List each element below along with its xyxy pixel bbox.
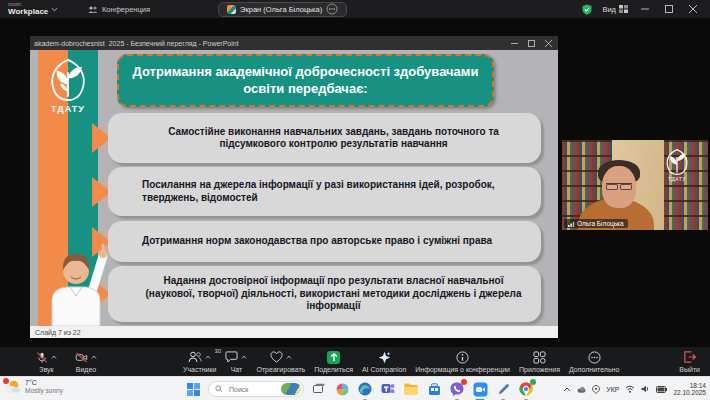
glasses: [606, 183, 632, 190]
leave-icon: [683, 351, 696, 363]
weather-desc: Mostly sunny: [25, 387, 63, 394]
ai-companion-button[interactable]: AI Companion: [362, 351, 406, 373]
watermark-label: ТДАТУ: [668, 176, 686, 182]
slide-counter: Слайд 7 из 22: [35, 329, 81, 336]
tab-meeting[interactable]: Конференция: [80, 0, 158, 18]
apps-button[interactable]: Приложения: [519, 351, 560, 373]
viber-icon[interactable]: [449, 381, 465, 397]
shared-screen-powerpoint: akadem-dobrochesnist_2025 - Безпечний пе…: [30, 36, 558, 338]
participants-button[interactable]: 30 Участники: [183, 351, 216, 373]
chevron-down-icon: [51, 7, 58, 12]
ellipsis-icon[interactable]: [326, 3, 338, 15]
location-icon[interactable]: [592, 385, 600, 394]
view-button[interactable]: Вид: [602, 5, 628, 14]
chat-label: Чат: [231, 366, 243, 373]
info-icon: [456, 351, 469, 364]
powerpoint-statusbar: Слайд 7 из 22: [30, 326, 558, 338]
tray-caret-icon[interactable]: [563, 387, 571, 392]
meeting-content-area: akadem-dobrochesnist_2025 - Безпечний пе…: [0, 18, 710, 347]
task-view-button[interactable]: [311, 381, 327, 397]
file-explorer-icon[interactable]: [403, 381, 419, 397]
participant-name: Ольга Білоцька: [577, 220, 624, 227]
chat-button[interactable]: Чат: [225, 351, 247, 373]
teams-icon[interactable]: [380, 381, 396, 397]
weather-widget[interactable]: 7°C Mostly sunny: [5, 379, 63, 395]
chevron-up-icon[interactable]: [205, 355, 211, 359]
ai-companion-icon: [378, 351, 391, 364]
view-button-label: Вид: [602, 5, 616, 14]
chrome-icon[interactable]: [518, 381, 534, 397]
close-icon: [689, 5, 697, 13]
zoom-toolbar: Звук Видео: [0, 347, 710, 376]
presentation-slide: ТДАТУ Дотримання академічної доброчеснос…: [30, 50, 558, 326]
taskbar-clock[interactable]: 18:14 22.10.2025: [673, 382, 706, 397]
windows-taskbar: 7°C Mostly sunny: [0, 376, 710, 400]
search-icon: [215, 385, 223, 393]
signal-icon: [568, 221, 575, 227]
mute-button[interactable]: Звук: [36, 351, 57, 373]
maximize-button[interactable]: [662, 2, 676, 16]
minimize-icon: [641, 5, 649, 13]
chevron-up-icon[interactable]: [286, 355, 292, 359]
zoom-workplace-menu[interactable]: zoom Workplace: [0, 2, 72, 16]
video-label: Видео: [76, 366, 96, 373]
microsoft-store-icon[interactable]: [426, 381, 442, 397]
powerpoint-titlebar: akadem-dobrochesnist_2025 - Безпечний пе…: [30, 36, 558, 50]
close-button[interactable]: [686, 2, 700, 16]
chevron-up-icon[interactable]: [241, 355, 247, 359]
slide-bullet: Надання достовірної інформації про резул…: [108, 266, 541, 322]
search-input[interactable]: [227, 385, 273, 394]
tdatu-leaf-logo: [47, 58, 89, 102]
clock-date: 22.10.2025: [673, 389, 706, 396]
search-daily-image[interactable]: [281, 383, 301, 395]
share-label: Поделиться: [314, 366, 353, 373]
copilot-button[interactable]: [334, 381, 350, 397]
meeting-icon: [88, 5, 98, 14]
more-label: Дополнительно: [569, 366, 619, 373]
weather-icon: [5, 379, 21, 394]
onedrive-icon[interactable]: [577, 385, 586, 394]
leave-button[interactable]: Выйти: [679, 351, 700, 373]
chevron-up-icon[interactable]: [51, 355, 57, 359]
taskbar-search[interactable]: [208, 381, 304, 397]
apps-icon: [533, 351, 546, 364]
task-view-icon: [313, 383, 325, 395]
language-indicator[interactable]: УКР: [606, 386, 619, 393]
meeting-info-button[interactable]: Информация о конференции: [415, 351, 510, 373]
react-button[interactable]: Отреагировать: [256, 351, 305, 373]
zoom-titlebar: zoom Workplace Конференция Экран (Ольга …: [0, 0, 710, 18]
clock-time: 18:14: [690, 382, 706, 389]
meeting-info-label: Информация о конференции: [415, 366, 510, 373]
start-button[interactable]: [185, 381, 201, 397]
video-button[interactable]: Видео: [75, 351, 97, 373]
battery-icon[interactable]: [656, 386, 667, 393]
close-icon: [545, 40, 552, 47]
wifi-icon[interactable]: [625, 385, 635, 393]
more-button[interactable]: Дополнительно: [569, 351, 619, 373]
share-icon: [327, 351, 340, 364]
apps-label: Приложения: [519, 366, 560, 373]
notification-badge: [530, 379, 536, 385]
video-watermark: ТДАТУ: [664, 148, 690, 182]
chevron-up-icon[interactable]: [91, 355, 97, 359]
volume-icon[interactable]: [641, 385, 650, 393]
participant-video-tile[interactable]: ТДАТУ Ольга Білоцька: [562, 140, 708, 230]
ai-companion-label: AI Companion: [362, 366, 406, 373]
share-screen-button[interactable]: Поделиться: [314, 351, 353, 373]
tab-meeting-label: Конференция: [102, 5, 150, 14]
tdatu-logo-label: ТДАТУ: [51, 104, 85, 114]
slide-title: Дотримання академічної доброчесності здо…: [117, 54, 494, 107]
edge-icon[interactable]: [357, 381, 373, 397]
mic-muted-icon: [36, 351, 48, 364]
maximize-icon: [528, 40, 535, 47]
tdatu-leaf-logo: [664, 148, 690, 176]
start-icon: [187, 383, 200, 396]
minimize-button[interactable]: [638, 2, 652, 16]
pen-app-icon[interactable]: [495, 381, 511, 397]
zoom-app-icon[interactable]: [472, 381, 488, 397]
shield-icon[interactable]: [582, 4, 592, 15]
tab-screen-share[interactable]: Экран (Ольга Білоцька): [218, 2, 347, 17]
participants-label: Участники: [183, 366, 216, 373]
leave-label: Выйти: [679, 366, 700, 373]
copilot-icon: [336, 383, 349, 396]
